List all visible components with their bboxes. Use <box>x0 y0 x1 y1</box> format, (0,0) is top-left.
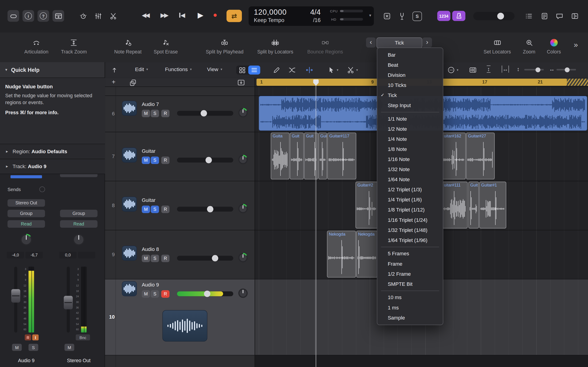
vertical-zoom-thumb[interactable] <box>536 67 540 72</box>
mute-button[interactable]: M <box>142 110 150 117</box>
menu-item-step-input[interactable]: Step Input <box>377 100 443 110</box>
nudge-back-button[interactable]: ‹ <box>366 37 376 48</box>
go-to-beginning-button[interactable]: ◀ <box>179 12 185 19</box>
menu-item-1-16-triplet-1-24[interactable]: 1/16 Triplet (1/24) <box>377 215 443 225</box>
menu-item-1-2-triplet-1-3[interactable]: 1/2 Triplet (1/3) <box>377 185 443 195</box>
playhead[interactable] <box>316 85 316 367</box>
menu-item-beat[interactable]: Beat <box>377 60 443 70</box>
toolbar-overflow-button[interactable]: » <box>574 40 578 49</box>
quick-help-button[interactable]: ? <box>37 10 49 22</box>
track-header-guitar[interactable]: 7GuitarMSR <box>105 132 255 181</box>
split-by-playhead-button[interactable]: Split by Playhead <box>206 37 243 55</box>
audio-region-uitar-111[interactable]: uitar#111 <box>442 182 468 228</box>
pan-knob[interactable] <box>238 252 248 263</box>
spot-erase-button[interactable]: Spot Erase <box>154 37 178 55</box>
volume-value[interactable]: 0,0 <box>59 252 77 258</box>
master-volume-slider[interactable] <box>473 12 515 20</box>
volume-thumb[interactable] <box>497 13 504 19</box>
lcd-chevron-icon[interactable]: ▾ <box>369 13 371 18</box>
solo-button[interactable]: S <box>151 206 159 213</box>
smart-controls-button[interactable] <box>79 12 88 21</box>
track-name[interactable]: Guitar <box>142 197 156 203</box>
volume-thumb[interactable] <box>204 291 210 297</box>
audio-region-guitar-1[interactable]: Guitar#1 <box>479 182 506 228</box>
secondary-tool-selector[interactable]: ▾ <box>346 66 358 74</box>
record-enable-button[interactable]: R <box>161 206 170 213</box>
menu-item-1-8-note[interactable]: 1/8 Note <box>377 144 443 154</box>
track-name[interactable]: Audio 7 <box>142 101 159 107</box>
track-icon[interactable] <box>122 101 137 116</box>
menu-item-bar[interactable]: Bar <box>377 50 443 60</box>
toolbar-toggle-button[interactable] <box>52 10 64 22</box>
track-number[interactable]: 6 <box>105 95 115 132</box>
track-import-button[interactable] <box>237 79 245 87</box>
mute-button[interactable]: M <box>142 206 150 213</box>
nudge-forward-button[interactable]: › <box>422 37 432 48</box>
volume-slider[interactable] <box>177 158 233 162</box>
cut-button[interactable] <box>109 12 118 21</box>
menu-item-1-16-note[interactable]: 1/16 Note <box>377 154 443 165</box>
menu-item-smpte-bit[interactable]: SMPTE Bit <box>377 279 443 289</box>
horizontal-zoom-slider[interactable] <box>556 69 576 70</box>
pan-knob[interactable] <box>72 233 85 248</box>
set-locators-button[interactable]: Set Locators <box>484 37 511 55</box>
track-zoom-button[interactable]: Track Zoom <box>61 37 86 55</box>
display-mode-button[interactable] <box>8 10 19 22</box>
menu-item-1-1-note[interactable]: 1/1 Note <box>377 114 443 124</box>
track-number[interactable]: 10 <box>105 279 115 355</box>
audio-region-guit[interactable]: Guit <box>468 182 479 228</box>
track-icon[interactable] <box>122 148 137 162</box>
group-button[interactable]: Group <box>60 210 97 217</box>
record-button[interactable]: ● <box>213 11 217 19</box>
note-pads-button[interactable] <box>540 12 549 21</box>
pan-knob[interactable] <box>238 203 248 214</box>
division-value[interactable]: /16 <box>297 17 321 23</box>
inspector-button[interactable]: i <box>23 10 34 22</box>
audio-region-guit[interactable]: Guit <box>318 133 327 179</box>
horizontal-zoom-button[interactable]: ↔ <box>502 66 509 73</box>
split-by-locators-button[interactable]: Split by Locators <box>257 37 293 55</box>
record-enable-button[interactable]: R <box>161 255 170 262</box>
group-button[interactable]: Group <box>8 210 45 217</box>
flex-button[interactable] <box>305 66 313 74</box>
track-icon-large[interactable] <box>162 310 208 342</box>
grid-view-button[interactable] <box>236 66 248 75</box>
automation-mode-button[interactable]: Read <box>8 220 45 228</box>
add-track-button[interactable]: + <box>112 78 115 86</box>
audio-region-guita[interactable]: Guita <box>271 133 290 179</box>
track-icon[interactable] <box>122 197 137 211</box>
output-button[interactable]: Stereo Out <box>8 199 45 207</box>
count-in-button[interactable]: 1234 <box>437 11 450 21</box>
colors-button[interactable]: Colors <box>547 37 561 55</box>
menu-item-1-2-note[interactable]: 1/2 Note <box>377 124 443 134</box>
list-view-button[interactable] <box>248 66 260 75</box>
pan-knob[interactable] <box>238 288 248 299</box>
fader-cap[interactable] <box>11 289 20 302</box>
volume-thumb[interactable] <box>206 157 212 163</box>
more-options-selector[interactable]: ▾ <box>447 66 458 74</box>
tuner-button[interactable] <box>398 12 406 21</box>
track-header-audio-7[interactable]: 6Audio 7MSR <box>105 95 255 132</box>
tempo-value[interactable]: 120,0000 <box>254 8 287 17</box>
mute-button[interactable]: M <box>142 156 150 164</box>
audio-region-guitar-117[interactable]: Guitar#117 <box>327 133 356 179</box>
mute-button[interactable]: M <box>65 344 74 351</box>
solo-button[interactable]: S <box>151 290 159 298</box>
menu-item-frame[interactable]: Frame <box>377 259 443 269</box>
volume-slider[interactable] <box>177 111 233 116</box>
volume-thumb[interactable] <box>207 206 213 212</box>
menu-item-1-32-triplet-1-48[interactable]: 1/32 Triplet (1/48) <box>377 225 443 235</box>
audio-region-uitar-162[interactable]: uitar#162 <box>442 133 466 179</box>
automation-mode-button[interactable]: Read <box>60 220 97 228</box>
menu-item-5-frames[interactable]: 5 Frames <box>377 249 443 259</box>
audio-region-guitar-27[interactable]: Guitar#27 <box>466 133 494 179</box>
record-enable-button[interactable]: R <box>161 156 170 164</box>
pan-knob[interactable] <box>238 108 248 118</box>
audio-region-nekogda[interactable]: Nekogda <box>327 231 356 277</box>
record-enable-button[interactable]: R <box>161 110 170 117</box>
menu-item-sample[interactable]: Sample <box>377 313 443 323</box>
record-enable-button[interactable]: R <box>25 334 31 340</box>
track-name[interactable]: Audio 9 <box>142 282 159 287</box>
region-inspector-row[interactable]: ▸ Region: Audio Defaults <box>0 144 105 159</box>
menu-item-tick[interactable]: ✓Tick <box>377 90 443 100</box>
